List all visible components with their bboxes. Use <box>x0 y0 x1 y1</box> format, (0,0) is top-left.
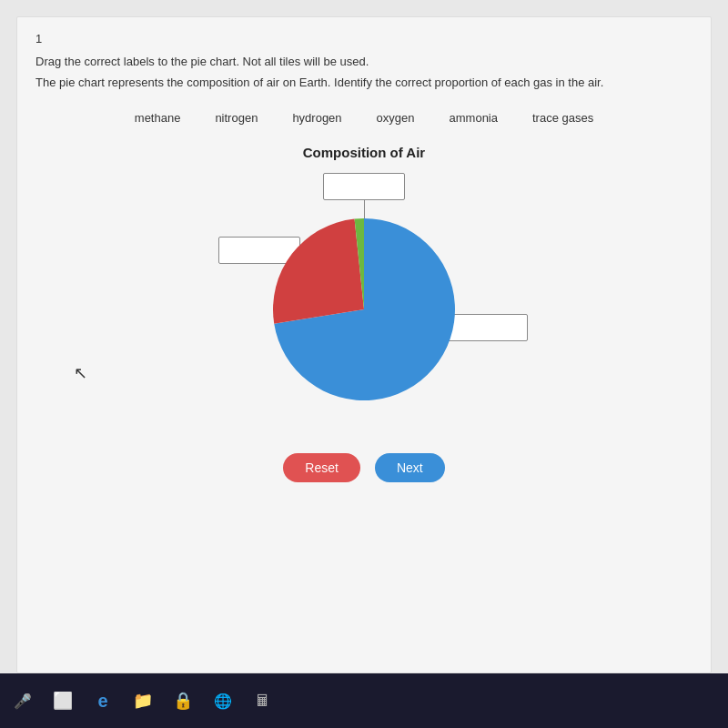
drop-box-right[interactable] <box>446 314 528 341</box>
taskbar: 🎤 ⬜ e 📁 🔒 🌐 🖩 <box>0 673 728 728</box>
label-trace-gases[interactable]: trace gases <box>529 109 597 126</box>
taskbar-edge[interactable]: e <box>89 687 116 714</box>
label-methane[interactable]: methane <box>131 109 185 126</box>
label-nitrogen[interactable]: nitrogen <box>211 109 261 126</box>
drop-box-top[interactable] <box>323 173 405 200</box>
taskbar-calculator[interactable]: 🖩 <box>249 687 277 714</box>
question-area: 1 Drag the correct labels to the pie cha… <box>16 16 712 673</box>
label-hydrogen[interactable]: hydrogen <box>288 109 345 126</box>
next-button[interactable]: Next <box>375 453 445 482</box>
labels-row: methane nitrogen hydrogen oxygen ammonia… <box>35 109 693 126</box>
pie-chart <box>273 218 455 400</box>
label-oxygen[interactable]: oxygen <box>373 109 419 126</box>
taskbar-lock[interactable]: 🔒 <box>169 687 197 714</box>
buttons-row: Reset Next <box>35 453 693 482</box>
taskbar-folder[interactable]: 📁 <box>129 687 157 714</box>
screen: 1 Drag the correct labels to the pie cha… <box>0 0 728 673</box>
chart-section: Composition of Air <box>35 145 693 428</box>
chart-container <box>209 173 519 428</box>
instruction-1: Drag the correct labels to the pie chart… <box>35 55 693 68</box>
instruction-2: The pie chart represents the composition… <box>35 76 693 89</box>
chart-title: Composition of Air <box>303 145 425 160</box>
label-ammonia[interactable]: ammonia <box>446 109 501 126</box>
taskbar-microphone: 🎤 <box>9 687 36 714</box>
taskbar-chrome[interactable]: 🌐 <box>209 687 237 714</box>
reset-button[interactable]: Reset <box>283 453 360 482</box>
taskbar-tablet[interactable]: ⬜ <box>49 687 76 714</box>
question-number: 1 <box>35 32 693 46</box>
